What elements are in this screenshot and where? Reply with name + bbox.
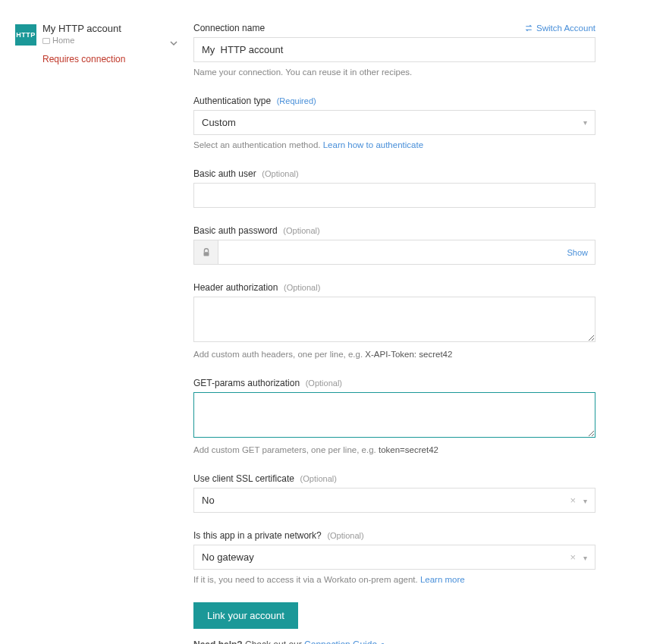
connection-name-label: Connection name [193, 23, 265, 33]
auth-type-help: Select an authentication method. Learn h… [193, 139, 595, 151]
learn-authenticate-link[interactable]: Learn how to authenticate [323, 140, 423, 149]
private-network-select[interactable]: No gateway ×▾ [193, 545, 595, 570]
auth-type-label: Authentication type [193, 96, 271, 106]
chevron-down-icon [169, 38, 178, 50]
header-auth-textarea[interactable] [193, 297, 595, 342]
lock-icon [193, 240, 218, 265]
account-title: My HTTP account [42, 23, 160, 34]
basic-user-label: Basic auth user [193, 168, 256, 179]
learn-more-link[interactable]: Learn more [420, 575, 465, 584]
auth-type-select[interactable]: Custom ▾ [193, 110, 595, 135]
external-link-icon: ↗ [379, 641, 385, 644]
ssl-cert-label: Use client SSL certificate [193, 473, 294, 484]
header-auth-label: Header authorization [193, 282, 278, 293]
switch-account-link[interactable]: Switch Account [524, 24, 595, 33]
switch-icon [524, 24, 533, 33]
auth-type-value: Custom [202, 117, 236, 128]
link-account-button[interactable]: Link your account [193, 602, 298, 629]
account-folder-path: Home [42, 36, 160, 45]
optional-tag: (Optional) [284, 283, 320, 292]
http-icon: HTTP [15, 24, 36, 46]
optional-tag: (Optional) [262, 169, 298, 178]
private-network-help: If it is, you need to access it via a Wo… [193, 573, 595, 586]
show-password-toggle[interactable]: Show [567, 248, 588, 257]
svg-rect-0 [203, 252, 209, 256]
optional-tag: (Optional) [306, 379, 342, 388]
header-auth-help: Add custom auth headers, one per line, e… [193, 348, 595, 360]
clear-icon: × [570, 495, 576, 506]
get-params-help: Add custom GET parameters, one per line,… [193, 444, 595, 456]
clear-icon: × [570, 551, 576, 563]
caret-down-icon: ▾ [583, 554, 587, 562]
get-params-textarea[interactable] [193, 392, 595, 438]
private-network-label: Is this app in a private network? [193, 530, 322, 541]
account-info: My HTTP account Home Requires connection [42, 23, 160, 64]
private-network-value: No gateway [202, 551, 254, 563]
footer-help: Need help? Check out our Connection Guid… [193, 639, 595, 644]
optional-tag: (Optional) [300, 474, 337, 483]
connection-guide-link[interactable]: Connection Guide↗ [304, 639, 385, 644]
get-params-label: GET-params authorization [193, 378, 300, 388]
ssl-cert-value: No [202, 495, 215, 506]
basic-password-label: Basic auth password [193, 225, 278, 236]
required-tag: (Required) [277, 96, 316, 105]
optional-tag: (Optional) [327, 531, 363, 540]
connection-name-help: Name your connection. You can reuse it i… [193, 66, 595, 78]
caret-down-icon: ▾ [583, 118, 587, 127]
caret-down-icon: ▾ [583, 497, 587, 505]
optional-tag: (Optional) [283, 226, 319, 235]
connection-status: Requires connection [42, 54, 160, 64]
ssl-cert-select[interactable]: No ×▾ [193, 488, 595, 513]
folder-icon [42, 38, 50, 44]
account-selector[interactable]: HTTP My HTTP account Home Requires conne… [15, 23, 178, 64]
connection-name-input[interactable] [193, 37, 595, 62]
basic-password-input[interactable] [218, 240, 595, 265]
basic-user-input[interactable] [193, 183, 595, 208]
